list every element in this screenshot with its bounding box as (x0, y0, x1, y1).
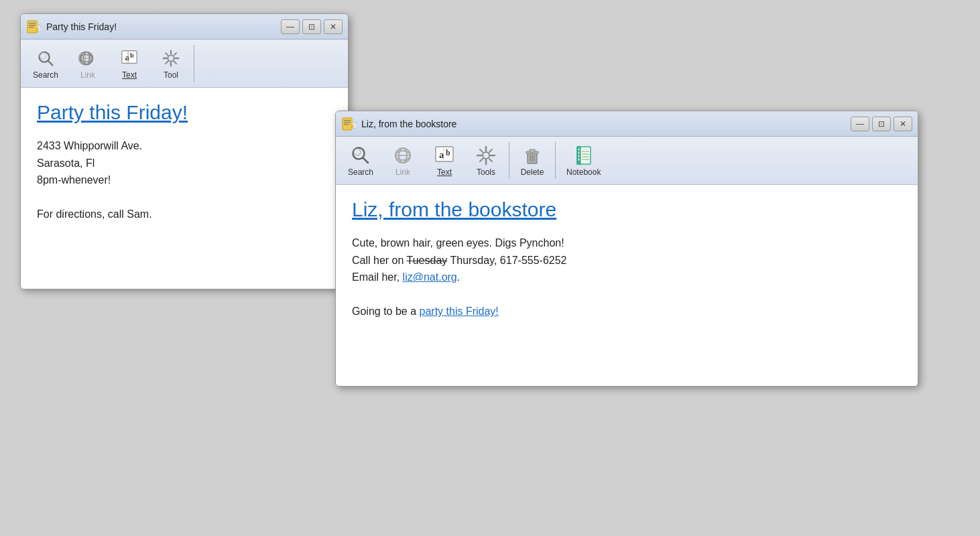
delete-icon (522, 145, 543, 166)
search-icon (35, 48, 56, 69)
svg-rect-1 (29, 23, 36, 24)
svg-line-26 (174, 61, 176, 63)
svg-line-36 (363, 157, 369, 163)
text-icon: a b (119, 48, 140, 69)
svg-point-20 (168, 55, 174, 61)
window-controls-liz: — ⊡ ✕ (851, 117, 912, 131)
tools-button-party[interactable]: Tool (151, 42, 191, 84)
note-icon (26, 19, 41, 34)
window-party[interactable]: Party this Friday! — ⊡ ✕ Search (20, 13, 349, 289)
text-button-liz[interactable]: a b Text (424, 139, 465, 182)
svg-text:b: b (130, 52, 134, 59)
title-party: Party this Friday! (46, 21, 281, 32)
search-button-party[interactable]: Search (25, 42, 66, 84)
svg-line-51 (480, 149, 483, 152)
delete-button-liz[interactable]: Delete (512, 139, 552, 182)
text-button-party[interactable]: a b Text (109, 42, 149, 84)
notebook-button-liz[interactable]: Notebook (558, 139, 609, 182)
note-icon-liz (341, 117, 356, 131)
close-button-party[interactable]: ✕ (324, 19, 343, 34)
line3-pre: Email her, (352, 271, 403, 283)
tools-icon (160, 48, 182, 69)
notebook-icon (573, 145, 595, 166)
note-title-liz: Liz, from the bookstore (352, 198, 902, 221)
svg-point-46 (483, 152, 489, 159)
svg-line-28 (166, 61, 168, 63)
text-icon-liz: a b (434, 145, 455, 166)
svg-rect-16 (122, 50, 137, 63)
link-icon-liz (392, 145, 414, 166)
search-label-liz: Search (348, 168, 373, 177)
search-icon-liz (350, 145, 371, 166)
svg-rect-3 (29, 27, 34, 28)
search-label-party: Search (33, 70, 58, 80)
svg-rect-30 (344, 120, 351, 121)
tools-button-liz[interactable]: Tools (466, 139, 506, 182)
link-button-party[interactable]: Link (68, 42, 108, 84)
line2-pre: Call her on (352, 255, 407, 266)
svg-line-54 (480, 159, 483, 161)
note-content-party: Party this Friday! 2433 Whipporwill Ave.… (21, 88, 348, 289)
svg-rect-31 (344, 122, 351, 123)
email-link-liz[interactable]: liz@nat.org (403, 271, 457, 283)
maximize-button-liz[interactable]: ⊡ (872, 117, 891, 131)
minimize-button-liz[interactable]: — (851, 117, 869, 131)
text-label-liz: Text (437, 168, 452, 177)
titlebar-party: Party this Friday! — ⊡ ✕ (21, 14, 348, 40)
maximize-button-party[interactable]: ⊡ (302, 19, 321, 34)
note-title-party: Party this Friday! (37, 101, 332, 124)
svg-line-27 (174, 53, 176, 55)
tools-icon-liz (475, 145, 497, 166)
title-liz: Liz, from the bookstore (361, 119, 851, 129)
party-link-liz[interactable]: party this Friday! (420, 306, 499, 317)
note-body-party: 2433 Whipporwill Ave.Sarasota, Fl8pm-whe… (37, 137, 332, 223)
window-liz[interactable]: Liz, from the bookstore — ⊡ ✕ Search (335, 111, 918, 387)
toolbar-liz: Search Link a b Te (336, 137, 918, 185)
link-label-party: Link (80, 70, 95, 80)
svg-rect-57 (530, 149, 535, 152)
note-body-liz: Cute, brown hair, green eyes. Digs Pynch… (352, 234, 902, 320)
svg-line-7 (48, 60, 53, 65)
svg-rect-32 (344, 124, 349, 125)
notebook-label-liz: Notebook (566, 168, 601, 177)
toolbar-sep2-liz (555, 142, 556, 179)
note-content-liz: Liz, from the bookstore Cute, brown hair… (336, 185, 918, 386)
tools-label-party: Tool (164, 70, 178, 80)
svg-point-37 (354, 149, 361, 155)
svg-point-8 (40, 52, 46, 58)
toolbar-sep-party (194, 45, 194, 82)
line4-pre: Going to be a (352, 306, 420, 317)
link-label-liz: Link (395, 168, 410, 177)
svg-rect-42 (436, 147, 453, 161)
svg-text:b: b (446, 148, 450, 157)
tools-label-liz: Tools (477, 168, 495, 177)
link-button-liz[interactable]: Link (383, 139, 423, 182)
svg-text:a: a (125, 52, 129, 62)
line3-post: . (457, 271, 460, 283)
window-controls-party: — ⊡ ✕ (281, 19, 343, 34)
link-icon (77, 48, 99, 69)
svg-line-25 (166, 53, 168, 55)
svg-line-53 (489, 149, 492, 152)
close-button-liz[interactable]: ✕ (894, 117, 912, 131)
svg-line-52 (489, 159, 492, 161)
toolbar-party: Search Link a (21, 40, 348, 88)
delete-label-liz: Delete (521, 168, 544, 177)
titlebar-liz: Liz, from the bookstore — ⊡ ✕ (336, 111, 918, 137)
line2-post: Thursday, 617-555-6252 (447, 255, 566, 266)
search-button-liz[interactable]: Search (340, 139, 381, 182)
svg-rect-2 (29, 25, 36, 26)
text-label-party: Text (122, 70, 137, 80)
line2-strike: Tuesday (407, 255, 448, 266)
toolbar-sep1-liz (509, 142, 509, 179)
minimize-button-party[interactable]: — (281, 19, 300, 34)
